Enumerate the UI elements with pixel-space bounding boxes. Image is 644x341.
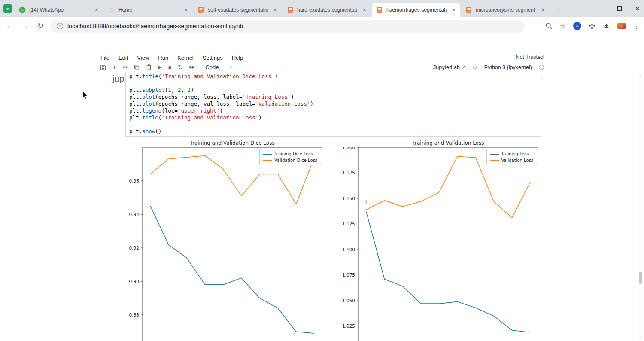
jupyter-icon bbox=[108, 6, 115, 13]
notebook-icon bbox=[197, 6, 204, 13]
extension-blue-icon[interactable]: ∞ bbox=[573, 22, 581, 30]
chevron-down-icon: ▾ bbox=[230, 65, 232, 70]
tab-close-icon[interactable]: × bbox=[451, 7, 456, 13]
chart-plot-area: 0.880.900.920.940.96 Training Dice LossV… bbox=[121, 147, 323, 341]
restart-run-all-icon[interactable]: ▶▶ bbox=[190, 65, 195, 69]
browser-window: ▼ (14) WhatsApp × Home × soft-exudates-s… bbox=[0, 0, 644, 341]
tab-label: hard-exudates-segmentati bbox=[297, 7, 360, 13]
svg-text:0.90: 0.90 bbox=[129, 279, 139, 284]
open-in-jupyterlab-link[interactable]: JupyterLab ↗ bbox=[433, 64, 465, 70]
jupyter-toolbar: + ✂ ▶ ■ ↻ ▶▶ Code ▾ JupyterLab ↗ ⚙ Pytho… bbox=[0, 63, 644, 72]
menu-view[interactable]: View bbox=[137, 55, 149, 61]
tab-label: (14) WhatsApp bbox=[29, 7, 92, 13]
svg-text:1.175: 1.175 bbox=[342, 170, 355, 175]
bookmark-star-icon[interactable]: ☆ bbox=[560, 22, 566, 30]
cut-cell-icon[interactable]: ✂ bbox=[123, 64, 128, 70]
menu-run[interactable]: Run bbox=[158, 55, 168, 61]
svg-text:1.125: 1.125 bbox=[342, 221, 355, 226]
tab-close-icon[interactable]: × bbox=[183, 7, 188, 13]
copy-cell-icon[interactable] bbox=[134, 64, 140, 70]
tab-close-icon[interactable]: × bbox=[273, 7, 278, 13]
save-icon[interactable] bbox=[100, 64, 106, 70]
address-bar[interactable]: i localhost:8888/notebooks/haemorrhages-… bbox=[51, 20, 525, 33]
scrollbar-thumb[interactable] bbox=[639, 272, 642, 284]
gear-icon[interactable]: ⚙ bbox=[472, 64, 477, 70]
cell-output-area: Training and Validation Dice Loss 0.880.… bbox=[121, 140, 539, 341]
tab-search-button[interactable]: ▼ bbox=[3, 4, 12, 13]
browser-tab-home[interactable]: Home × bbox=[104, 3, 192, 17]
jupyter-menubar: File Edit View Run Kernel Settings Help … bbox=[0, 52, 644, 63]
browser-action-icons: ☆ ∞ ↓ ⋮ bbox=[545, 22, 640, 30]
svg-text:0.96: 0.96 bbox=[129, 178, 140, 183]
menu-kernel[interactable]: Kernel bbox=[177, 55, 194, 61]
code-cell[interactable]: plt.title('Training and Validation Dice … bbox=[125, 72, 541, 137]
new-tab-button[interactable]: + bbox=[554, 4, 564, 14]
browser-menu-icon[interactable]: ⋮ bbox=[633, 22, 640, 30]
kernel-name[interactable]: Python 3 (ipykernel) bbox=[484, 64, 532, 70]
browser-tab-microaneurysms[interactable]: microaneurysms-segment × bbox=[461, 3, 549, 17]
restart-kernel-icon[interactable]: ↻ bbox=[178, 64, 183, 70]
chart-plot-area: 1.0251.0501.0751.1001.1251.1501.1751.200… bbox=[337, 147, 539, 341]
browser-tab-hard-exudates[interactable]: hard-exudates-segmentati × bbox=[283, 3, 371, 17]
tab-close-icon[interactable]: × bbox=[94, 7, 99, 13]
back-icon[interactable]: ← bbox=[3, 22, 15, 30]
chart-loss: Training and Validation Loss 1.0251.0501… bbox=[337, 140, 539, 341]
forward-icon[interactable]: → bbox=[19, 22, 31, 30]
download-manager-icon[interactable]: ↓ bbox=[617, 23, 626, 29]
svg-text:0.88: 0.88 bbox=[129, 312, 139, 317]
chart-legend: Training Dice LossValidation Dice Loss bbox=[259, 149, 321, 165]
reload-icon[interactable]: ↻ bbox=[34, 21, 46, 30]
cell-type-label: Code bbox=[205, 64, 219, 70]
close-icon[interactable]: ✕ bbox=[635, 6, 641, 12]
download-icon[interactable] bbox=[603, 22, 610, 30]
page-scrollbar[interactable]: ▲ ▼ bbox=[638, 72, 644, 341]
code-lines[interactable]: plt.title('Training and Validation Dice … bbox=[126, 72, 541, 135]
chart-title: Training and Validation Loss bbox=[358, 140, 538, 147]
menu-file[interactable]: File bbox=[100, 55, 109, 61]
menu-settings[interactable]: Settings bbox=[203, 55, 223, 61]
extensions-puzzle-icon[interactable] bbox=[589, 23, 595, 30]
svg-text:1.150: 1.150 bbox=[342, 196, 355, 201]
stop-kernel-icon[interactable]: ■ bbox=[168, 65, 171, 70]
menu-help[interactable]: Help bbox=[232, 55, 243, 61]
scroll-up-icon[interactable]: ▲ bbox=[638, 74, 644, 77]
tab-close-icon[interactable]: × bbox=[362, 7, 367, 13]
dice-loss-plot: 0.880.900.920.940.96 bbox=[121, 147, 323, 341]
tab-label: soft-exudates-segmentatio bbox=[208, 7, 271, 13]
window-controls: – ✕ bbox=[598, 0, 641, 17]
paste-cell-icon[interactable] bbox=[146, 64, 152, 70]
minimize-icon[interactable]: – bbox=[598, 6, 605, 12]
maximize-icon[interactable] bbox=[617, 6, 622, 11]
toolbar-right: JupyterLab ↗ ⚙ Python 3 (ipykernel) bbox=[433, 64, 544, 70]
scroll-down-icon[interactable]: ▼ bbox=[638, 337, 644, 340]
browser-tab-haemorrhages[interactable]: haemorrhages-segmentati × bbox=[372, 3, 460, 17]
svg-text:1.200: 1.200 bbox=[342, 147, 355, 150]
tab-label: Home bbox=[118, 7, 182, 13]
browser-tab-soft-exudates[interactable]: soft-exudates-segmentatio × bbox=[193, 3, 281, 17]
jupyter-header: jupyter haemorrhages-segmentation-aiml L… bbox=[0, 35, 644, 52]
svg-text:1.075: 1.075 bbox=[342, 272, 355, 277]
tab-label: haemorrhages-segmentati bbox=[386, 7, 450, 13]
site-info-icon[interactable]: i bbox=[57, 23, 63, 29]
jupyter-logo-icon bbox=[100, 73, 111, 84]
menu-edit[interactable]: Edit bbox=[118, 55, 128, 61]
tab-close-icon[interactable]: × bbox=[541, 7, 546, 13]
browser-tab-strip: ▼ (14) WhatsApp × Home × soft-exudates-s… bbox=[0, 0, 644, 17]
kernel-status-icon bbox=[539, 65, 544, 70]
legend-item: Validation Dice Loss bbox=[263, 158, 317, 163]
zoom-icon[interactable] bbox=[545, 22, 553, 30]
mouse-cursor-icon bbox=[82, 91, 89, 102]
run-cell-icon[interactable]: ▶ bbox=[158, 65, 161, 70]
trust-status-badge[interactable]: Not Trusted bbox=[516, 54, 544, 60]
browser-tab-whatsapp[interactable]: (14) WhatsApp × bbox=[15, 3, 103, 17]
notebook-icon bbox=[376, 6, 383, 13]
insert-cell-icon[interactable]: + bbox=[112, 64, 116, 71]
chevron-down-icon: ▼ bbox=[6, 6, 10, 11]
url-text[interactable]: localhost:8888/notebooks/haemorrhages-se… bbox=[67, 23, 243, 30]
chart-dice-loss: Training and Validation Dice Loss 0.880.… bbox=[121, 140, 323, 341]
browser-navbar: ← → ↻ i localhost:8888/notebooks/haemorr… bbox=[0, 17, 644, 35]
external-link-icon: ↗ bbox=[462, 64, 465, 70]
cell-type-dropdown[interactable]: Code ▾ bbox=[205, 64, 232, 70]
whatsapp-icon bbox=[19, 6, 26, 13]
chart-legend: Training LossValidation Loss bbox=[486, 149, 538, 165]
